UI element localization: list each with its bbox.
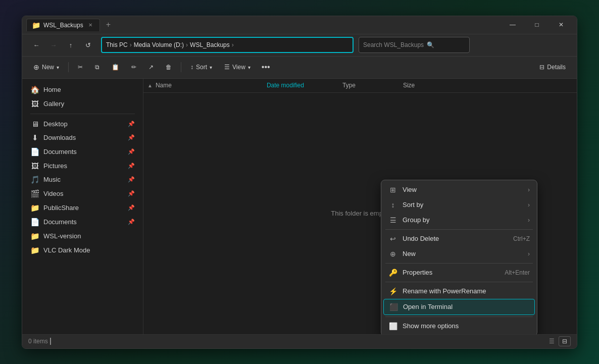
breadcrumb-bar[interactable]: This PC › Media Volume (D:) › WSL_Backup… (101, 37, 354, 53)
sidebar-label-documents2: Documents (43, 218, 77, 226)
sort-label: Sort (196, 64, 207, 71)
cmd-divider-2 (181, 62, 181, 72)
ctx-undo-delete[interactable]: ↩ Undo Delete Ctrl+Z (383, 231, 535, 246)
ctx-properties-shortcut: Alt+Enter (505, 269, 530, 276)
back-button[interactable]: ← (28, 37, 44, 53)
details-view-button[interactable]: ⊟ (559, 336, 571, 346)
sidebar-label-desktop: Desktop (43, 120, 68, 128)
sidebar-item-documents2[interactable]: 📄 Documents 📌 (22, 215, 143, 229)
ctx-rename-label: Rename with PowerRename (403, 287, 530, 295)
command-bar: ⊕ New ▾ ✂ ⧉ 📋 ✏ ↗ 🗑 ↕ Sort ▾ ☰ (22, 57, 577, 79)
sidebar-label-home: Home (43, 86, 61, 93)
paste-icon: 📋 (112, 64, 119, 71)
col-date-header[interactable]: Date modified (267, 82, 342, 89)
sidebar-item-publicshare[interactable]: 📁 PublicShare 📌 (22, 201, 143, 215)
sidebar-item-desktop[interactable]: 🖥 Desktop 📌 (22, 117, 143, 131)
desktop-icon: 🖥 (30, 120, 39, 128)
view-chevron: ▾ (248, 65, 251, 70)
ctx-sort-by[interactable]: ↕ Sort by › (383, 197, 535, 213)
forward-button[interactable]: → (45, 37, 62, 53)
ctx-properties-icon: 🔑 (388, 269, 397, 277)
up-button[interactable]: ↑ (63, 37, 79, 53)
sidebar-item-documents[interactable]: 📄 Documents 📌 (22, 145, 143, 159)
status-item-count: 0 items (28, 338, 51, 345)
sidebar-item-music[interactable]: 🎵 Music 📌 (22, 173, 143, 187)
share-icon: ↗ (148, 64, 154, 71)
list-view-button[interactable]: ☰ (545, 336, 558, 346)
sidebar-item-gallery[interactable]: 🖼 Gallery (22, 97, 143, 111)
ctx-new-label: New (403, 250, 523, 257)
item-count-text: 0 items (28, 338, 48, 345)
wslversion-icon: 📁 (30, 232, 39, 241)
cut-button[interactable]: ✂ (73, 61, 88, 73)
ctx-divider-3 (385, 282, 533, 282)
more-options-button[interactable]: ••• (258, 60, 274, 74)
view-button[interactable]: ☰ View ▾ (219, 61, 256, 73)
ctx-group-by[interactable]: ☰ Group by › (383, 213, 535, 228)
rename-icon: ✏ (131, 64, 136, 71)
active-tab[interactable]: 📁 WSL_Backups ✕ (26, 19, 100, 31)
sidebar-item-downloads[interactable]: ⬇ Downloads 📌 (22, 131, 143, 145)
ctx-terminal-label: Open in Terminal (403, 303, 529, 310)
share-button[interactable]: ↗ (143, 61, 159, 73)
sidebar-label-music: Music (43, 176, 61, 183)
maximize-button[interactable]: □ (525, 17, 548, 32)
pin-icon-documents: 📌 (128, 148, 135, 155)
details-pane-button[interactable]: ⊟ Details (534, 61, 571, 73)
ctx-show-more[interactable]: ⬜ Show more options (383, 319, 535, 334)
sidebar-label-wslversion: WSL-version (43, 232, 81, 240)
status-cursor (50, 338, 51, 345)
search-placeholder: Search WSL_Backups (363, 41, 424, 48)
ctx-view-label: View (403, 186, 523, 193)
col-name-header[interactable]: Name (156, 82, 267, 89)
context-menu: ⊞ View › ↕ Sort by › ☰ Group by › ↩ U (381, 180, 537, 334)
ctx-more-icon: ⬜ (388, 322, 397, 330)
sidebar-divider-1 (30, 114, 135, 114)
ctx-sort-icon: ↕ (388, 201, 397, 209)
ctx-properties[interactable]: 🔑 Properties Alt+Enter (383, 265, 535, 280)
sidebar-item-wslversion[interactable]: 📁 WSL-version (22, 229, 143, 243)
col-type-header[interactable]: Type (342, 82, 403, 89)
ctx-rename-powertoys[interactable]: ⚡ Rename with PowerRename (383, 284, 535, 299)
rename-button[interactable]: ✏ (126, 61, 141, 73)
videos-icon: 🎬 (30, 189, 39, 198)
ctx-terminal-icon: ⬛ (389, 303, 398, 311)
sidebar-label-documents: Documents (43, 148, 77, 155)
refresh-button[interactable]: ↺ (80, 37, 96, 53)
sort-button[interactable]: ↕ Sort ▾ (185, 61, 217, 73)
new-tab-button[interactable]: + (102, 19, 115, 30)
sidebar-item-videos[interactable]: 🎬 Videos 📌 (22, 187, 143, 201)
vlc-icon: 📁 (30, 246, 39, 255)
minimize-button[interactable]: — (501, 17, 524, 32)
copy-icon: ⧉ (95, 64, 99, 71)
delete-icon: 🗑 (166, 64, 172, 71)
sidebar-item-pictures[interactable]: 🖼 Pictures 📌 (22, 159, 143, 173)
ctx-divider-4 (385, 317, 533, 317)
pin-icon-downloads: 📌 (128, 134, 135, 141)
sidebar-item-home[interactable]: 🏠 Home (22, 83, 143, 97)
view-toggle-icons: ☰ ⊟ (545, 336, 571, 346)
content-area: 🏠 Home 🖼 Gallery 🖥 Desktop 📌 ⬇ Downloads… (22, 79, 577, 334)
ctx-open-terminal[interactable]: ⬛ Open in Terminal (383, 299, 535, 315)
column-headers: ▲ Name Date modified Type Size (143, 79, 577, 93)
paste-button[interactable]: 📋 (107, 61, 124, 73)
new-button[interactable]: ⊕ New ▾ (28, 61, 64, 74)
copy-button[interactable]: ⧉ (90, 61, 105, 73)
col-size-header[interactable]: Size (403, 82, 443, 89)
ctx-group-icon: ☰ (388, 216, 397, 224)
details-label: Details (547, 64, 566, 71)
tab-close-button[interactable]: ✕ (86, 21, 94, 29)
ctx-new[interactable]: ⊕ New › (383, 246, 535, 262)
view-label: View (232, 64, 245, 71)
search-bar[interactable]: Search WSL_Backups 🔍 (359, 37, 470, 53)
sort-direction-icon: ▲ (147, 83, 153, 88)
address-toolbar: ← → ↑ ↺ This PC › Media Volume (D:) › WS… (22, 34, 577, 57)
delete-button[interactable]: 🗑 (161, 61, 177, 73)
breadcrumb-folder[interactable]: WSL_Backups (190, 41, 230, 48)
close-button[interactable]: ✕ (550, 17, 573, 32)
search-icon: 🔍 (427, 41, 434, 48)
breadcrumb-drive[interactable]: Media Volume (D:) (134, 41, 184, 48)
ctx-view[interactable]: ⊞ View › (383, 182, 535, 197)
breadcrumb-pc[interactable]: This PC (106, 41, 128, 48)
sidebar-item-vlc[interactable]: 📁 VLC Dark Mode (22, 243, 143, 257)
